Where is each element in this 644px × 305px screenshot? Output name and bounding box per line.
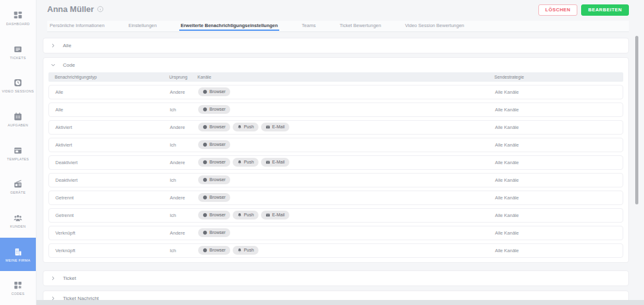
channel-chip-browser: Browser (198, 193, 230, 202)
tickets-icon (13, 45, 23, 54)
cell-sendestrategie: Alle Kanäle (495, 209, 519, 222)
vertical-scrollbar-thumb[interactable] (635, 36, 638, 204)
section-code-header[interactable]: Code (43, 58, 628, 72)
cell-benachrichtigungstyp: Aktiviert (55, 121, 72, 134)
tab-teams[interactable]: Teams (301, 21, 317, 31)
cell-benachrichtigungstyp: Getrennt (55, 191, 74, 204)
channel-chip-browser: Browser (198, 246, 230, 255)
tab-einstellungen[interactable]: Einstellungen (127, 21, 158, 31)
sidebar-item-label: TICKETS (10, 56, 26, 60)
section-code-label: Code (63, 62, 75, 68)
edit-button[interactable]: BEARBEITEN (581, 4, 629, 16)
chevron-right-icon (50, 275, 56, 281)
chevron-down-icon (50, 62, 56, 68)
channel-chip-label: Browser (209, 195, 226, 199)
channel-chip-browser: Browser (198, 158, 230, 167)
geraete-icon (13, 179, 23, 189)
cell-ursprung: Andere (170, 86, 185, 99)
globe-icon (203, 142, 208, 147)
cell-benachrichtigungstyp: Deaktiviert (55, 174, 77, 187)
sidebar-item-video-sessions[interactable]: VIDEO SESSIONS (0, 69, 36, 103)
section-ticket-header[interactable]: Ticket (43, 271, 628, 286)
section-alle: Alle (43, 38, 629, 53)
cell-benachrichtigungstyp: Aktiviert (55, 138, 72, 152)
user-name: Anna Müller (47, 4, 94, 14)
sidebar-item-meine-firma[interactable]: MEINE FIRMA (0, 238, 36, 272)
globe-icon (203, 248, 208, 253)
channel-chip-browser: Browser (198, 105, 230, 114)
cell-kanaele: BrowserPush (198, 246, 258, 255)
tab-persoenliche-informationen[interactable]: Persönliche Informationen (48, 21, 106, 31)
globe-icon (203, 160, 208, 165)
cell-sendestrategie: Alle Kanäle (495, 174, 519, 187)
globe-icon (203, 107, 208, 112)
sidebar-item-label: CODES (11, 292, 25, 296)
globe-icon (203, 177, 208, 182)
info-circle-icon[interactable] (97, 6, 104, 13)
channel-chip-push: Push (233, 211, 258, 219)
sidebar-item-label: VIDEO SESSIONS (2, 89, 34, 93)
channel-chip-push: Push (233, 246, 258, 255)
channel-chip-label: Push (244, 125, 254, 129)
cell-benachrichtigungstyp: Alle (55, 103, 64, 116)
cell-sendestrategie: Alle Kanäle (495, 226, 519, 240)
delete-button[interactable]: LÖSCHEN (538, 4, 577, 16)
dashboard-icon (13, 11, 23, 20)
cell-kanaele: Browser (198, 193, 230, 202)
sidebar-item-geraete[interactable]: GERÄTE (0, 170, 36, 204)
cell-kanaele: BrowserPushE-Mail (198, 158, 289, 167)
table-row: VerknüpftAndereBrowserAlle Kanäle (48, 226, 623, 240)
channel-chip-push: Push (233, 123, 258, 131)
channel-chip-browser: Browser (198, 228, 230, 237)
channel-chip-browser: Browser (198, 140, 230, 149)
bell-icon (237, 160, 242, 165)
channel-chip-label: Push (244, 248, 254, 252)
code-table-rows: AlleAndereBrowserAlle KanäleAlleIchBrows… (43, 85, 628, 258)
section-alle-label: Alle (63, 43, 71, 48)
codes-icon (13, 280, 23, 290)
table-row: DeaktiviertAndereBrowserPushE-MailAlle K… (48, 155, 623, 170)
page-header: Anna Müller LÖSCHEN BEARBEITEN (36, 0, 644, 16)
channel-chip-browser: Browser (198, 87, 230, 96)
channel-chip-e-mail: E-Mail (261, 211, 289, 219)
section-ticket: Ticket (43, 270, 629, 286)
channel-chip-label: Browser (209, 107, 226, 111)
table-row: AktiviertIchBrowserAlle Kanäle (48, 138, 623, 152)
sidebar-item-label: TEMPLATES (7, 157, 29, 161)
envelope-icon (265, 125, 270, 130)
table-row: GetrenntIchBrowserPushE-MailAlle Kanäle (48, 208, 623, 223)
app-window: DASHBOARDTICKETSVIDEO SESSIONSAUFGABENTE… (0, 0, 644, 305)
envelope-icon (265, 160, 270, 165)
cell-ursprung: Andere (170, 191, 185, 204)
cell-sendestrategie: Alle Kanäle (495, 191, 519, 204)
sidebar-item-dashboard[interactable]: DASHBOARD (0, 1, 36, 35)
sidebar-item-aufgaben[interactable]: AUFGABEN (0, 103, 36, 136)
cell-kanaele: Browser (198, 175, 230, 184)
cell-sendestrategie: Alle Kanäle (495, 244, 519, 257)
chevron-right-icon (50, 43, 56, 48)
templates-icon (13, 146, 23, 155)
tab-ticket-bewertungen[interactable]: Ticket Bewertungen (338, 21, 382, 31)
tab-video-session-bewertungen[interactable]: Video Session Bewertungen (404, 21, 465, 31)
table-row: AktiviertAndereBrowserPushE-MailAlle Kan… (48, 120, 623, 135)
section-alle-header[interactable]: Alle (43, 38, 628, 53)
table-row: DeaktiviertIchBrowserAlle Kanäle (48, 173, 623, 187)
table-row: AlleAndereBrowserAlle Kanäle (48, 85, 623, 99)
cell-benachrichtigungstyp: Getrennt (55, 209, 74, 222)
sidebar-item-label: DASHBOARD (6, 22, 30, 26)
sidebar-item-codes[interactable]: CODES (0, 271, 36, 305)
channel-chip-label: Browser (209, 230, 226, 235)
sidebar-item-tickets[interactable]: TICKETS (0, 35, 36, 69)
kunden-icon (13, 213, 23, 223)
sidebar-item-kunden[interactable]: KUNDEN (0, 204, 36, 238)
globe-icon (203, 195, 208, 200)
cell-ursprung: Andere (170, 226, 185, 240)
channel-chip-push: Push (233, 158, 258, 167)
tab-erweiterte-benachrichtigungseinstellungen[interactable]: Erweiterte Benachrichtigungseinstellunge… (179, 21, 279, 31)
channel-chip-label: Browser (209, 142, 226, 147)
page-title: Anna Müller (47, 4, 104, 14)
column-header-kanaele: Kanäle (197, 72, 211, 82)
sidebar-nav: DASHBOARDTICKETSVIDEO SESSIONSAUFGABENTE… (0, 0, 36, 305)
horizontal-scrollbar-track[interactable] (36, 300, 644, 305)
sidebar-item-templates[interactable]: TEMPLATES (0, 136, 36, 170)
